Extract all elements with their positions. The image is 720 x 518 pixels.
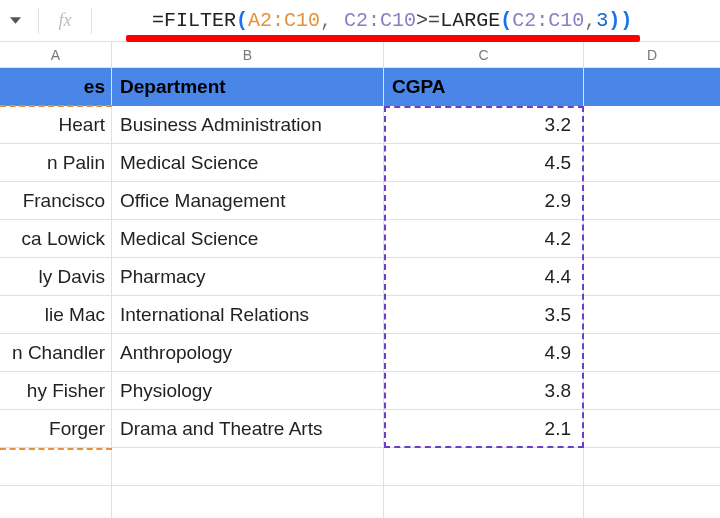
divider xyxy=(91,8,92,34)
header-department[interactable]: Department xyxy=(112,68,384,106)
cell-dept[interactable]: Anthropology xyxy=(112,334,384,371)
col-header-A[interactable]: A xyxy=(0,42,112,67)
cell-cgpa[interactable]: 4.9 xyxy=(384,334,584,371)
paren-close: ) xyxy=(620,9,632,32)
cell-empty[interactable] xyxy=(584,68,720,106)
cell-dept[interactable]: Office Management xyxy=(112,182,384,219)
comma: , xyxy=(320,9,344,32)
table-header-row: es Department CGPA xyxy=(0,68,720,106)
cell-cgpa[interactable]: 4.2 xyxy=(384,220,584,257)
cell-empty[interactable] xyxy=(384,448,584,485)
cell-dept[interactable]: Drama and Theatre Arts xyxy=(112,410,384,447)
cell-empty[interactable] xyxy=(584,410,720,447)
cell-empty[interactable] xyxy=(584,220,720,257)
table-row: Francisco Office Management 2.9 xyxy=(0,182,720,220)
formula-func-large: LARGE xyxy=(440,9,500,32)
paren-open-inner: ( xyxy=(500,9,512,32)
paren-open: ( xyxy=(236,9,248,32)
cell-cgpa[interactable]: 2.9 xyxy=(384,182,584,219)
range-outline-a-top xyxy=(0,105,112,107)
cell-empty[interactable] xyxy=(0,486,112,518)
empty-row xyxy=(0,448,720,486)
formula-input[interactable]: =FILTER(A2:C10, C2:C10>=LARGE(C2:C10,3)) xyxy=(100,0,714,57)
annotation-underline xyxy=(126,35,640,42)
cell-empty[interactable] xyxy=(384,486,584,518)
range-c-2: C2:C10 xyxy=(512,9,584,32)
cell-name[interactable]: Francisco xyxy=(0,182,112,219)
formula-eq: = xyxy=(152,9,164,32)
cell-name[interactable]: n Palin xyxy=(0,144,112,181)
name-box-dropdown[interactable] xyxy=(0,15,30,26)
cell-empty[interactable] xyxy=(584,334,720,371)
cell-dept[interactable]: Pharmacy xyxy=(112,258,384,295)
cell-dept[interactable]: Medical Science xyxy=(112,144,384,181)
cell-empty[interactable] xyxy=(584,106,720,143)
cell-dept[interactable]: Physiology xyxy=(112,372,384,409)
formula-func-filter: FILTER xyxy=(164,9,236,32)
cell-dept[interactable]: International Relations xyxy=(112,296,384,333)
range-c: C2:C10 xyxy=(344,9,416,32)
divider xyxy=(38,8,39,34)
table-row: Heart Business Administration 3.2 xyxy=(0,106,720,144)
table-row: ca Lowick Medical Science 4.2 xyxy=(0,220,720,258)
cell-empty[interactable] xyxy=(584,448,720,485)
cell-name[interactable]: n Chandler xyxy=(0,334,112,371)
range-outline-a-bottom xyxy=(0,448,112,450)
table-row: Forger Drama and Theatre Arts 2.1 xyxy=(0,410,720,448)
cell-cgpa[interactable]: 3.2 xyxy=(384,106,584,143)
cell-name[interactable]: Forger xyxy=(0,410,112,447)
cell-dept[interactable]: Medical Science xyxy=(112,220,384,257)
cell-dept[interactable]: Business Administration xyxy=(112,106,384,143)
cell-name[interactable]: Heart xyxy=(0,106,112,143)
cell-cgpa[interactable]: 4.4 xyxy=(384,258,584,295)
grid: es Department CGPA Heart Business Admini… xyxy=(0,68,720,518)
cell-cgpa[interactable]: 2.1 xyxy=(384,410,584,447)
op-ge: >= xyxy=(416,9,440,32)
empty-row xyxy=(0,486,720,518)
cell-empty[interactable] xyxy=(584,258,720,295)
cell-empty[interactable] xyxy=(0,448,112,485)
cell-cgpa[interactable]: 3.5 xyxy=(384,296,584,333)
cell-name[interactable]: hy Fisher xyxy=(0,372,112,409)
table-row: ly Davis Pharmacy 4.4 xyxy=(0,258,720,296)
arg-num: 3 xyxy=(596,9,608,32)
cell-empty[interactable] xyxy=(584,486,720,518)
cell-empty[interactable] xyxy=(112,486,384,518)
cell-empty[interactable] xyxy=(584,372,720,409)
cell-cgpa[interactable]: 4.5 xyxy=(384,144,584,181)
header-cgpa[interactable]: CGPA xyxy=(384,68,584,106)
cell-empty[interactable] xyxy=(584,182,720,219)
chevron-down-icon xyxy=(10,15,21,26)
table-row: n Palin Medical Science 4.5 xyxy=(0,144,720,182)
table-row: lie Mac International Relations 3.5 xyxy=(0,296,720,334)
table-row: n Chandler Anthropology 4.9 xyxy=(0,334,720,372)
range-a: A2:C10 xyxy=(248,9,320,32)
cell-name[interactable]: ca Lowick xyxy=(0,220,112,257)
fx-label: fx xyxy=(47,10,83,31)
cell-cgpa[interactable]: 3.8 xyxy=(384,372,584,409)
table-row: hy Fisher Physiology 3.8 xyxy=(0,372,720,410)
paren-close-inner: ) xyxy=(608,9,620,32)
cell-name[interactable]: ly Davis xyxy=(0,258,112,295)
cell-empty[interactable] xyxy=(584,144,720,181)
cell-name[interactable]: lie Mac xyxy=(0,296,112,333)
comma-2: , xyxy=(584,9,596,32)
cell-empty[interactable] xyxy=(112,448,384,485)
header-names[interactable]: es xyxy=(0,68,112,106)
cell-empty[interactable] xyxy=(584,296,720,333)
